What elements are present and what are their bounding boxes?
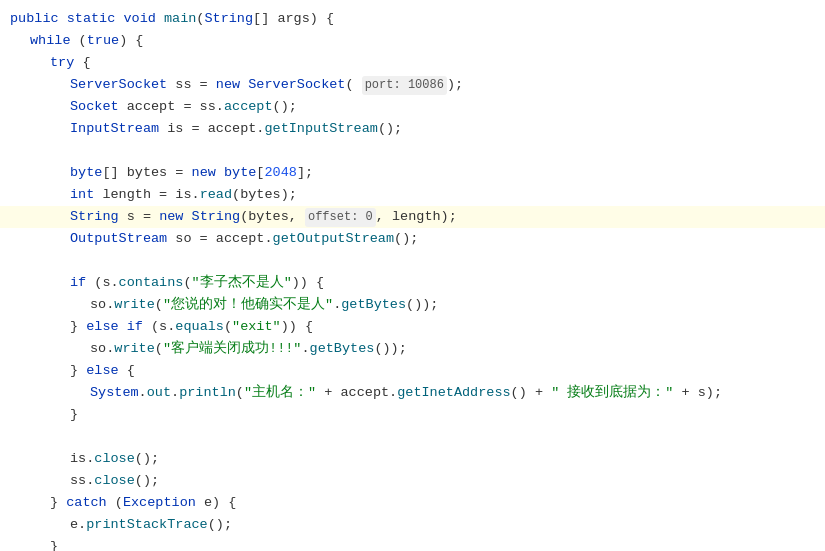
token-kw: if — [70, 272, 86, 294]
token-plain: (s. — [143, 316, 175, 338]
token-plain: is = accept. — [159, 118, 264, 140]
token-plain: accept = ss. — [119, 96, 224, 118]
token-method: getOutputStream — [273, 228, 395, 250]
token-kw: else — [86, 360, 118, 382]
token-plain: () + — [511, 382, 552, 404]
token-method: write — [114, 338, 155, 360]
token-kw: static — [67, 8, 116, 30]
token-plain: (bytes, — [240, 206, 305, 228]
token-plain: length = is. — [94, 184, 199, 206]
token-plain: ( — [345, 74, 361, 96]
token-plain: (); — [208, 514, 232, 536]
token-plain: (); — [273, 96, 297, 118]
token-plain: (); — [378, 118, 402, 140]
token-plain: ]; — [297, 162, 313, 184]
token-method: getBytes — [310, 338, 375, 360]
token-plain: (); — [135, 470, 159, 492]
token-plain: } — [50, 492, 66, 514]
token-type: String — [204, 8, 253, 30]
token-plain: ( — [196, 8, 204, 30]
token-plain: ()); — [406, 294, 438, 316]
token-plain: so. — [90, 294, 114, 316]
token-string: "客户端关闭成功!!!" — [163, 338, 302, 360]
token-type: String — [192, 206, 241, 228]
token-string: "exit" — [232, 316, 281, 338]
token-type: ServerSocket — [70, 74, 167, 96]
token-method: accept — [224, 96, 273, 118]
token-plain: ( — [107, 492, 123, 514]
code-line: Socket accept = ss.accept(); — [0, 96, 825, 118]
code-line: } — [0, 536, 825, 551]
token-plain: (s. — [86, 272, 118, 294]
token-kw: try — [50, 52, 74, 74]
code-editor: public static void main(String[] args) {… — [0, 0, 825, 551]
token-plain: (); — [394, 228, 418, 250]
code-line: while (true) { — [0, 30, 825, 52]
token-plain: . — [333, 294, 341, 316]
code-line: is.close(); — [0, 448, 825, 470]
token-kw: if — [127, 316, 143, 338]
code-line: public static void main(String[] args) { — [0, 8, 825, 30]
token-plain: . — [139, 382, 147, 404]
token-string: "您说的对！他确实不是人" — [163, 294, 333, 316]
code-line: } — [0, 404, 825, 426]
code-line: ss.close(); — [0, 470, 825, 492]
code-line: so.write("您说的对！他确实不是人".getBytes()); — [0, 294, 825, 316]
token-plain: } — [70, 404, 78, 426]
code-line: so.write("客户端关闭成功!!!".getBytes()); — [0, 338, 825, 360]
code-line: InputStream is = accept.getInputStream()… — [0, 118, 825, 140]
code-line: } catch (Exception e) { — [0, 492, 825, 514]
token-plain: s = — [119, 206, 160, 228]
code-line: int length = is.read(bytes); — [0, 184, 825, 206]
token-kw: true — [87, 30, 119, 52]
token-plain — [183, 206, 191, 228]
token-plain: is. — [70, 448, 94, 470]
token-plain: ()); — [374, 338, 406, 360]
token-kw: int — [70, 184, 94, 206]
token-kw: new — [192, 162, 216, 184]
code-line — [0, 426, 825, 448]
token-number: 2048 — [264, 162, 296, 184]
code-line — [0, 250, 825, 272]
token-plain: , length); — [376, 206, 457, 228]
token-plain — [115, 8, 123, 30]
token-method: close — [94, 448, 135, 470]
token-plain: ( — [183, 272, 191, 294]
token-string: " 接收到底据为：" — [551, 382, 673, 404]
token-plain: ); — [447, 74, 463, 96]
code-line: } else if (s.equals("exit")) { — [0, 316, 825, 338]
token-plain: (); — [135, 448, 159, 470]
token-method: contains — [119, 272, 184, 294]
token-method: close — [94, 470, 135, 492]
token-plain: )) { — [292, 272, 324, 294]
token-type: System — [90, 382, 139, 404]
token-kw: else — [86, 316, 118, 338]
token-plain: + accept. — [316, 382, 397, 404]
token-plain — [216, 162, 224, 184]
token-method: main — [164, 8, 196, 30]
token-plain: so = accept. — [167, 228, 272, 250]
token-method: printStackTrace — [86, 514, 208, 536]
token-type: OutputStream — [70, 228, 167, 250]
token-method: out — [147, 382, 171, 404]
token-plain: [] bytes = — [102, 162, 191, 184]
token-plain: } — [70, 316, 86, 338]
token-plain: [ — [256, 162, 264, 184]
code-line — [0, 140, 825, 162]
token-method: getInputStream — [264, 118, 377, 140]
token-plain: { — [74, 52, 90, 74]
code-line: e.printStackTrace(); — [0, 514, 825, 536]
token-method: equals — [175, 316, 224, 338]
token-kw: byte — [224, 162, 256, 184]
token-plain: . — [301, 338, 309, 360]
token-plain: { — [119, 360, 135, 382]
token-kw: new — [216, 74, 240, 96]
token-method: write — [114, 294, 155, 316]
token-method: println — [179, 382, 236, 404]
token-string: "主机名：" — [244, 382, 316, 404]
token-kw: byte — [70, 162, 102, 184]
token-method: read — [200, 184, 232, 206]
token-plain: (bytes); — [232, 184, 297, 206]
token-string: "李子杰不是人" — [192, 272, 292, 294]
token-type: ServerSocket — [248, 74, 345, 96]
